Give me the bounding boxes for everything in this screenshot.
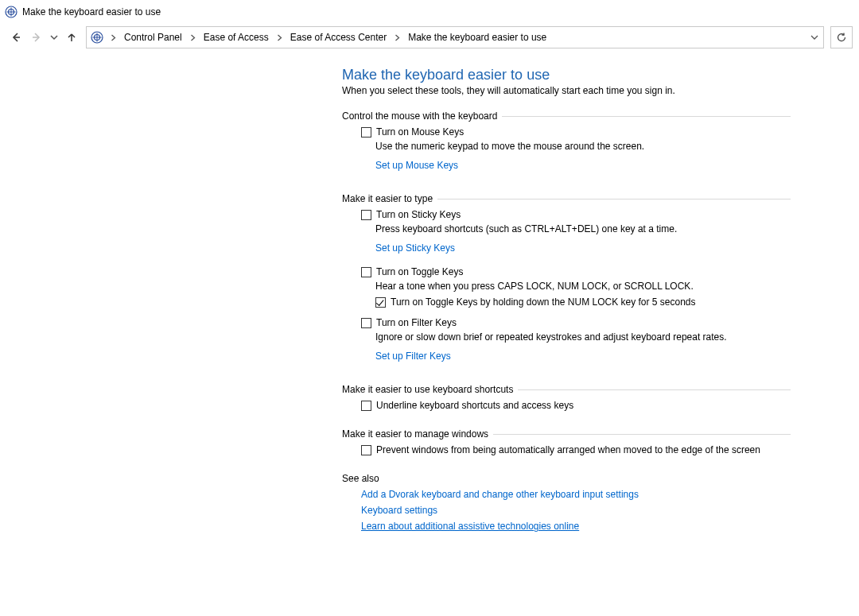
label-toggle-keys[interactable]: Turn on Toggle Keys [376, 266, 463, 277]
chevron-right-icon[interactable] [188, 34, 198, 41]
checkbox-filter-keys[interactable] [361, 318, 371, 328]
breadcrumb-control-panel[interactable]: Control Panel [122, 32, 185, 43]
breadcrumb-ease-of-access-center[interactable]: Ease of Access Center [288, 32, 389, 43]
window-title: Make the keyboard easier to use [22, 6, 161, 17]
label-underline-shortcuts[interactable]: Underline keyboard shortcuts and access … [376, 400, 573, 411]
breadcrumb-current[interactable]: Make the keyboard easier to use [406, 32, 549, 43]
checkbox-sticky-keys[interactable] [361, 210, 371, 220]
address-bar[interactable]: Control Panel Ease of Access Ease of Acc… [86, 26, 824, 48]
label-filter-keys[interactable]: Turn on Filter Keys [376, 317, 457, 328]
nav-bar: Control Panel Ease of Access Ease of Acc… [0, 24, 859, 51]
group-heading-mouse: Control the mouse with the keyboard [342, 110, 502, 122]
group-mouse: Control the mouse with the keyboard Turn… [342, 110, 791, 176]
control-panel-icon [89, 29, 105, 45]
chevron-right-icon[interactable] [392, 34, 402, 41]
link-setup-sticky-keys[interactable]: Set up Sticky Keys [375, 242, 455, 254]
label-prevent-arrange[interactable]: Prevent windows from being automatically… [376, 444, 760, 455]
ease-of-access-icon [5, 6, 17, 18]
desc-mouse-keys: Use the numeric keypad to move the mouse… [375, 141, 791, 152]
link-keyboard-settings[interactable]: Keyboard settings [361, 505, 791, 516]
nav-recent-button[interactable] [48, 26, 60, 48]
link-setup-mouse-keys[interactable]: Set up Mouse Keys [375, 160, 458, 171]
checkbox-toggle-keys-hold[interactable] [375, 297, 386, 308]
refresh-button[interactable] [830, 26, 853, 48]
see-also: See also Add a Dvorak keyboard and chang… [342, 473, 791, 532]
divider [493, 434, 791, 435]
group-type: Make it easier to type Turn on Sticky Ke… [342, 193, 791, 366]
divider [518, 389, 791, 390]
page-subtitle: When you select these tools, they will a… [342, 85, 859, 96]
group-heading-type: Make it easier to type [342, 193, 437, 204]
link-learn-assistive[interactable]: Learn about additional assistive technol… [361, 521, 791, 532]
chevron-right-icon[interactable] [108, 34, 119, 41]
label-sticky-keys[interactable]: Turn on Sticky Keys [376, 209, 461, 220]
breadcrumb-ease-of-access[interactable]: Ease of Access [201, 32, 271, 43]
desc-sticky-keys: Press keyboard shortcuts (such as CTRL+A… [375, 223, 791, 234]
label-mouse-keys[interactable]: Turn on Mouse Keys [376, 126, 464, 138]
see-also-heading: See also [342, 473, 791, 484]
desc-filter-keys: Ignore or slow down brief or repeated ke… [375, 331, 791, 343]
label-toggle-keys-hold[interactable]: Turn on Toggle Keys by holding down the … [391, 296, 696, 308]
link-dvorak[interactable]: Add a Dvorak keyboard and change other k… [361, 489, 791, 500]
checkbox-toggle-keys[interactable] [361, 267, 371, 277]
group-heading-shortcuts: Make it easier to use keyboard shortcuts [342, 384, 518, 395]
link-setup-filter-keys[interactable]: Set up Filter Keys [375, 351, 451, 362]
checkbox-mouse-keys[interactable] [361, 127, 371, 138]
divider [437, 199, 791, 200]
group-heading-windows: Make it easier to manage windows [342, 428, 493, 440]
nav-back-button[interactable] [6, 26, 25, 48]
group-windows: Make it easier to manage windows Prevent… [342, 428, 791, 455]
divider [502, 116, 791, 117]
checkbox-underline-shortcuts[interactable] [361, 401, 371, 411]
checkbox-prevent-arrange[interactable] [361, 445, 371, 455]
group-shortcuts: Make it easier to use keyboard shortcuts… [342, 384, 791, 411]
address-dropdown-button[interactable] [807, 33, 822, 41]
content-area: Make the keyboard easier to use When you… [0, 51, 859, 532]
nav-forward-button[interactable] [27, 26, 46, 48]
desc-toggle-keys: Hear a tone when you press CAPS LOCK, NU… [375, 281, 791, 292]
chevron-right-icon[interactable] [274, 34, 285, 41]
titlebar: Make the keyboard easier to use [0, 0, 859, 24]
nav-up-button[interactable] [62, 26, 81, 48]
page-title: Make the keyboard easier to use [342, 67, 859, 83]
